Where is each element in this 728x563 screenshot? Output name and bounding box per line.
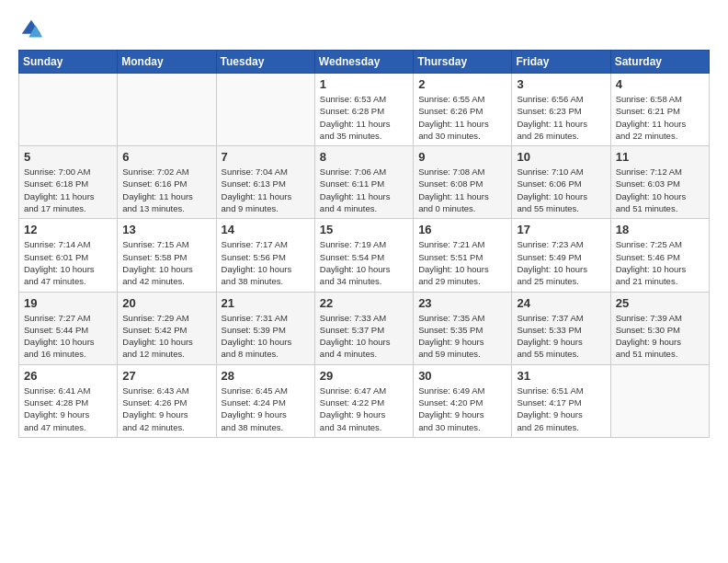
- day-info: Sunrise: 7:27 AM Sunset: 5:44 PM Dayligh…: [24, 312, 112, 361]
- calendar-cell: 23Sunrise: 7:35 AM Sunset: 5:35 PM Dayli…: [414, 292, 512, 364]
- calendar-cell: [118, 74, 216, 146]
- calendar-cell: [216, 74, 314, 146]
- day-number: 30: [418, 369, 506, 383]
- calendar-header-monday: Monday: [118, 51, 216, 74]
- day-number: 10: [517, 150, 605, 164]
- calendar-cell: 16Sunrise: 7:21 AM Sunset: 5:51 PM Dayli…: [414, 219, 512, 292]
- day-info: Sunrise: 7:37 AM Sunset: 5:33 PM Dayligh…: [517, 312, 605, 361]
- calendar-cell: 9Sunrise: 7:08 AM Sunset: 6:08 PM Daylig…: [414, 146, 512, 219]
- logo-icon: [18, 17, 44, 42]
- calendar-cell: 19Sunrise: 7:27 AM Sunset: 5:44 PM Dayli…: [19, 292, 118, 364]
- day-number: 8: [320, 150, 408, 164]
- calendar-cell: 20Sunrise: 7:29 AM Sunset: 5:42 PM Dayli…: [118, 292, 216, 364]
- day-number: 1: [320, 77, 408, 91]
- day-number: 24: [517, 296, 605, 310]
- day-number: 2: [418, 77, 506, 91]
- day-info: Sunrise: 6:56 AM Sunset: 6:23 PM Dayligh…: [517, 93, 605, 142]
- day-number: 6: [122, 150, 210, 164]
- day-info: Sunrise: 7:15 AM Sunset: 5:58 PM Dayligh…: [122, 238, 210, 287]
- calendar-week-row: 5Sunrise: 7:00 AM Sunset: 6:18 PM Daylig…: [19, 146, 710, 219]
- day-number: 22: [320, 296, 408, 310]
- day-number: 9: [418, 150, 506, 164]
- calendar-cell: 2Sunrise: 6:55 AM Sunset: 6:26 PM Daylig…: [414, 74, 512, 146]
- calendar-header-wednesday: Wednesday: [314, 51, 413, 74]
- calendar-cell: 26Sunrise: 6:41 AM Sunset: 4:28 PM Dayli…: [19, 364, 118, 437]
- day-info: Sunrise: 6:45 AM Sunset: 4:24 PM Dayligh…: [222, 385, 310, 433]
- calendar-cell: 12Sunrise: 7:14 AM Sunset: 6:01 PM Dayli…: [19, 219, 118, 292]
- calendar-cell: [19, 74, 118, 146]
- calendar-cell: 5Sunrise: 7:00 AM Sunset: 6:18 PM Daylig…: [19, 146, 118, 219]
- header: [18, 17, 710, 42]
- day-info: Sunrise: 7:35 AM Sunset: 5:35 PM Dayligh…: [418, 312, 506, 361]
- day-info: Sunrise: 7:29 AM Sunset: 5:42 PM Dayligh…: [122, 312, 210, 361]
- calendar-cell: 21Sunrise: 7:31 AM Sunset: 5:39 PM Dayli…: [216, 292, 314, 364]
- calendar-cell: 22Sunrise: 7:33 AM Sunset: 5:37 PM Dayli…: [314, 292, 413, 364]
- day-info: Sunrise: 7:17 AM Sunset: 5:56 PM Dayligh…: [222, 238, 310, 287]
- calendar-cell: 7Sunrise: 7:04 AM Sunset: 6:13 PM Daylig…: [216, 146, 314, 219]
- calendar-cell: 29Sunrise: 6:47 AM Sunset: 4:22 PM Dayli…: [314, 364, 413, 437]
- calendar-cell: [610, 364, 709, 437]
- day-number: 5: [24, 150, 112, 164]
- calendar-cell: 4Sunrise: 6:58 AM Sunset: 6:21 PM Daylig…: [610, 74, 709, 146]
- day-info: Sunrise: 7:31 AM Sunset: 5:39 PM Dayligh…: [222, 312, 310, 361]
- calendar-cell: 3Sunrise: 6:56 AM Sunset: 6:23 PM Daylig…: [512, 74, 610, 146]
- day-info: Sunrise: 7:00 AM Sunset: 6:18 PM Dayligh…: [24, 166, 112, 214]
- day-number: 7: [222, 150, 310, 164]
- calendar-cell: 10Sunrise: 7:10 AM Sunset: 6:06 PM Dayli…: [512, 146, 610, 219]
- calendar-cell: 25Sunrise: 7:39 AM Sunset: 5:30 PM Dayli…: [610, 292, 709, 364]
- day-number: 13: [122, 223, 210, 236]
- calendar-cell: 17Sunrise: 7:23 AM Sunset: 5:49 PM Dayli…: [512, 219, 610, 292]
- day-info: Sunrise: 7:10 AM Sunset: 6:06 PM Dayligh…: [517, 166, 605, 214]
- day-number: 26: [24, 369, 112, 383]
- day-info: Sunrise: 7:23 AM Sunset: 5:49 PM Dayligh…: [517, 238, 605, 287]
- calendar-week-row: 19Sunrise: 7:27 AM Sunset: 5:44 PM Dayli…: [19, 292, 710, 364]
- day-number: 27: [122, 369, 210, 383]
- calendar-cell: 13Sunrise: 7:15 AM Sunset: 5:58 PM Dayli…: [118, 219, 216, 292]
- day-number: 17: [517, 223, 605, 236]
- calendar-cell: 27Sunrise: 6:43 AM Sunset: 4:26 PM Dayli…: [118, 364, 216, 437]
- day-number: 19: [24, 296, 112, 310]
- calendar-cell: 18Sunrise: 7:25 AM Sunset: 5:46 PM Dayli…: [610, 219, 709, 292]
- day-number: 12: [24, 223, 112, 236]
- day-info: Sunrise: 6:49 AM Sunset: 4:20 PM Dayligh…: [418, 385, 506, 433]
- calendar-header-thursday: Thursday: [414, 51, 512, 74]
- day-number: 14: [222, 223, 310, 236]
- calendar-header-tuesday: Tuesday: [216, 51, 314, 74]
- day-number: 29: [320, 369, 408, 383]
- day-number: 11: [616, 150, 704, 164]
- calendar-week-row: 1Sunrise: 6:53 AM Sunset: 6:28 PM Daylig…: [19, 74, 710, 146]
- day-info: Sunrise: 6:58 AM Sunset: 6:21 PM Dayligh…: [616, 93, 704, 142]
- day-info: Sunrise: 6:41 AM Sunset: 4:28 PM Dayligh…: [24, 385, 112, 433]
- day-info: Sunrise: 7:04 AM Sunset: 6:13 PM Dayligh…: [222, 166, 310, 214]
- day-info: Sunrise: 6:53 AM Sunset: 6:28 PM Dayligh…: [320, 93, 408, 142]
- calendar-cell: 1Sunrise: 6:53 AM Sunset: 6:28 PM Daylig…: [314, 74, 413, 146]
- day-info: Sunrise: 7:08 AM Sunset: 6:08 PM Dayligh…: [418, 166, 506, 214]
- calendar-cell: 24Sunrise: 7:37 AM Sunset: 5:33 PM Dayli…: [512, 292, 610, 364]
- calendar-week-row: 12Sunrise: 7:14 AM Sunset: 6:01 PM Dayli…: [19, 219, 710, 292]
- day-info: Sunrise: 7:33 AM Sunset: 5:37 PM Dayligh…: [320, 312, 408, 361]
- day-number: 18: [616, 223, 704, 236]
- calendar-cell: 8Sunrise: 7:06 AM Sunset: 6:11 PM Daylig…: [314, 146, 413, 219]
- day-number: 3: [517, 77, 605, 91]
- calendar-cell: 11Sunrise: 7:12 AM Sunset: 6:03 PM Dayli…: [610, 146, 709, 219]
- day-number: 28: [222, 369, 310, 383]
- calendar-header-row: SundayMondayTuesdayWednesdayThursdayFrid…: [19, 51, 710, 74]
- day-info: Sunrise: 6:55 AM Sunset: 6:26 PM Dayligh…: [418, 93, 506, 142]
- logo: [18, 17, 50, 42]
- calendar-header-saturday: Saturday: [610, 51, 709, 74]
- day-info: Sunrise: 6:43 AM Sunset: 4:26 PM Dayligh…: [122, 385, 210, 433]
- day-number: 4: [616, 77, 704, 91]
- day-number: 21: [222, 296, 310, 310]
- day-info: Sunrise: 6:47 AM Sunset: 4:22 PM Dayligh…: [320, 385, 408, 433]
- day-number: 16: [418, 223, 506, 236]
- calendar-cell: 14Sunrise: 7:17 AM Sunset: 5:56 PM Dayli…: [216, 219, 314, 292]
- day-number: 15: [320, 223, 408, 236]
- calendar-cell: 31Sunrise: 6:51 AM Sunset: 4:17 PM Dayli…: [512, 364, 610, 437]
- calendar-week-row: 26Sunrise: 6:41 AM Sunset: 4:28 PM Dayli…: [19, 364, 710, 437]
- day-info: Sunrise: 7:21 AM Sunset: 5:51 PM Dayligh…: [418, 238, 506, 287]
- calendar-cell: 28Sunrise: 6:45 AM Sunset: 4:24 PM Dayli…: [216, 364, 314, 437]
- calendar-cell: 15Sunrise: 7:19 AM Sunset: 5:54 PM Dayli…: [314, 219, 413, 292]
- day-info: Sunrise: 7:06 AM Sunset: 6:11 PM Dayligh…: [320, 166, 408, 214]
- day-number: 31: [517, 369, 605, 383]
- calendar-cell: 6Sunrise: 7:02 AM Sunset: 6:16 PM Daylig…: [118, 146, 216, 219]
